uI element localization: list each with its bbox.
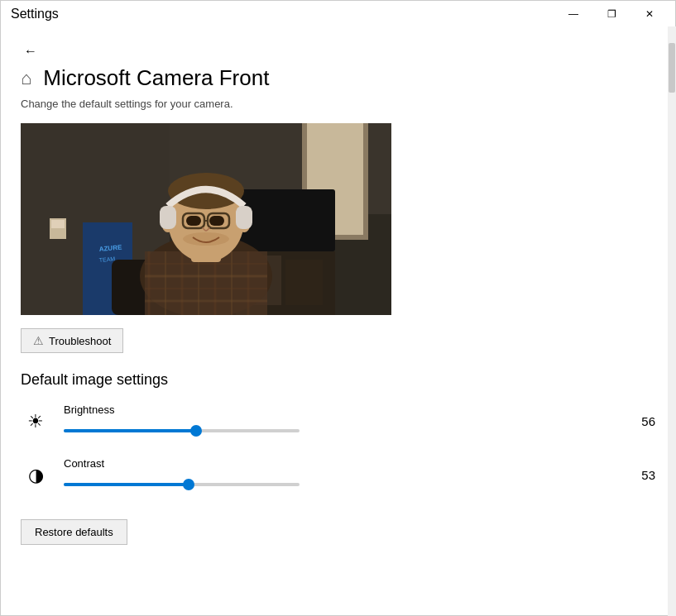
svg-rect-9 <box>51 220 65 228</box>
back-icon: ← <box>24 44 37 59</box>
window-controls: — ❐ ✕ <box>554 1 669 27</box>
subtitle: Change the default settings for your cam… <box>21 98 655 110</box>
svg-point-42 <box>183 232 229 246</box>
contrast-group: Contrast <box>64 457 617 493</box>
brightness-slider-container[interactable] <box>64 423 617 439</box>
contrast-track <box>64 483 300 486</box>
svg-rect-38 <box>209 216 224 226</box>
contrast-row: ◑ Contrast 53 <box>21 457 655 493</box>
brightness-icon: ☀ <box>21 407 50 437</box>
contrast-value: 53 <box>630 468 655 482</box>
svg-rect-35 <box>160 206 176 229</box>
restore-defaults-label: Restore defaults <box>35 526 113 538</box>
scrollbar-thumb[interactable] <box>669 43 675 93</box>
titlebar: Settings — ❐ ✕ <box>1 1 675 27</box>
maximize-button[interactable]: ❐ <box>592 1 630 27</box>
restore-defaults-button[interactable]: Restore defaults <box>21 519 127 545</box>
content-area: ← ⌂ Microsoft Camera Front Change the de… <box>1 27 675 615</box>
brightness-group: Brightness <box>64 404 617 439</box>
close-button[interactable]: ✕ <box>630 1 669 27</box>
page-title: Microsoft Camera Front <box>43 65 269 91</box>
scrollbar[interactable] <box>668 26 676 616</box>
titlebar-title: Settings <box>11 7 59 21</box>
brightness-row: ☀ Brightness 56 <box>21 404 655 439</box>
svg-rect-4 <box>363 123 368 239</box>
section-title: Default image settings <box>21 371 655 389</box>
back-button[interactable]: ← <box>21 41 41 62</box>
contrast-slider-container[interactable] <box>64 476 617 493</box>
brightness-track <box>64 429 300 432</box>
svg-rect-16 <box>285 260 323 305</box>
page-title-row: ⌂ Microsoft Camera Front <box>21 65 655 91</box>
brightness-fill <box>64 429 196 432</box>
contrast-icon: ◑ <box>21 461 50 490</box>
camera-preview: AZURE TEAM <box>21 123 391 315</box>
warning-icon: ⚠ <box>33 334 44 347</box>
contrast-label: Contrast <box>64 457 617 470</box>
troubleshoot-button[interactable]: ⚠ Troubleshoot <box>21 328 123 353</box>
brightness-thumb[interactable] <box>190 425 202 437</box>
contrast-thumb[interactable] <box>183 479 194 490</box>
troubleshoot-label: Troubleshoot <box>49 335 111 347</box>
minimize-button[interactable]: — <box>554 1 592 27</box>
brightness-value: 56 <box>630 414 655 428</box>
svg-rect-36 <box>236 206 252 229</box>
svg-rect-37 <box>186 216 201 226</box>
home-icon: ⌂ <box>21 68 31 89</box>
contrast-fill <box>64 483 189 486</box>
brightness-label: Brightness <box>64 404 617 416</box>
